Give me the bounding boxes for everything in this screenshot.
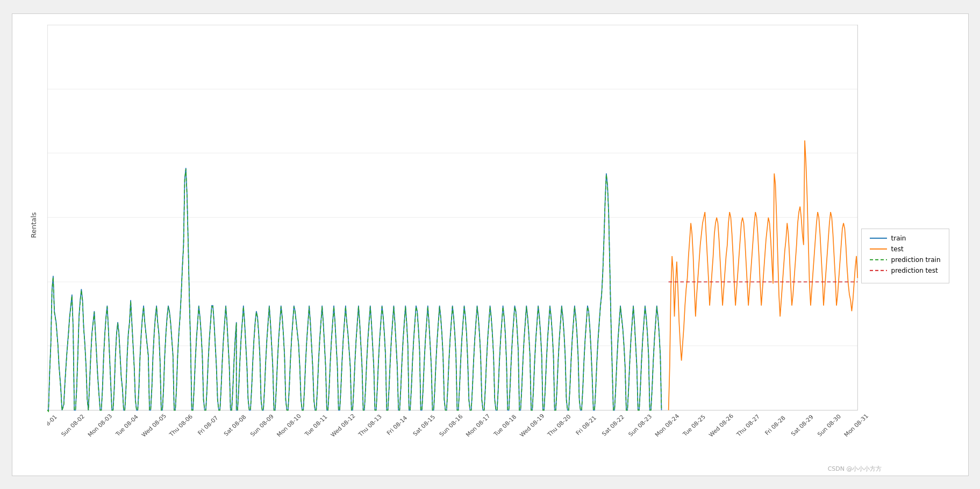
legend-item-prediction-train: prediction train — [870, 256, 941, 263]
svg-text:Tue 08-18: Tue 08-18 — [492, 413, 518, 437]
chart-area: Rentals 0 10 20 30 — [47, 25, 957, 443]
y-axis-label: Rentals — [29, 212, 37, 238]
svg-text:Sun 08-23: Sun 08-23 — [627, 413, 653, 437]
legend-line-prediction-test — [870, 270, 887, 271]
svg-text:Thu 08-20: Thu 08-20 — [545, 413, 571, 437]
svg-text:Mon 08-31: Mon 08-31 — [842, 413, 869, 438]
svg-text:Fri 08-07: Fri 08-07 — [196, 414, 219, 436]
svg-text:Tue 08-25: Tue 08-25 — [681, 413, 706, 437]
svg-text:Fri 08-28: Fri 08-28 — [763, 414, 786, 436]
svg-text:Tue 08-04: Tue 08-04 — [113, 413, 139, 437]
svg-text:Sun 08-30: Sun 08-30 — [816, 413, 842, 437]
svg-text:Thu 08-06: Thu 08-06 — [167, 413, 194, 437]
legend-item-prediction-test: prediction test — [870, 266, 941, 274]
svg-text:Sat 08-22: Sat 08-22 — [600, 413, 625, 436]
legend-label-test: test — [891, 245, 904, 252]
svg-text:Sat 08-29: Sat 08-29 — [789, 413, 814, 436]
legend-label-train: train — [891, 234, 906, 242]
svg-text:Fri 08-21: Fri 08-21 — [574, 414, 597, 436]
svg-text:Sun 08-16: Sun 08-16 — [438, 413, 464, 437]
chart-legend: train test prediction train prediction t… — [861, 228, 949, 283]
svg-text:Sun 08-09: Sun 08-09 — [248, 413, 274, 437]
legend-label-prediction-test: prediction test — [891, 266, 938, 274]
legend-item-test: test — [870, 245, 941, 252]
svg-text:Sat 08-08: Sat 08-08 — [222, 413, 247, 436]
legend-line-train — [870, 237, 887, 238]
svg-text:Thu 08-27: Thu 08-27 — [734, 413, 761, 437]
svg-text:Tue 08-11: Tue 08-11 — [303, 413, 328, 437]
svg-text:Fri 08-14: Fri 08-14 — [385, 414, 408, 436]
svg-text:Sun 08-02: Sun 08-02 — [60, 413, 85, 437]
svg-text:Wed 08-12: Wed 08-12 — [329, 412, 356, 437]
test-line — [668, 140, 857, 410]
svg-text:Mon 08-24: Mon 08-24 — [653, 412, 680, 437]
watermark: CSDN @小小小方方 — [828, 465, 882, 473]
svg-text:Mon 08-17: Mon 08-17 — [464, 413, 491, 438]
legend-line-test — [870, 248, 887, 249]
chart-container: Rentals 0 10 20 30 — [12, 13, 969, 476]
main-chart-svg: 0 10 20 30 40 50 60 Sat 08-01 Sun 08-02 … — [47, 25, 957, 443]
svg-text:Wed 08-19: Wed 08-19 — [518, 412, 545, 437]
legend-label-prediction-train: prediction train — [891, 256, 941, 263]
svg-text:Sat 08-15: Sat 08-15 — [411, 413, 436, 436]
legend-item-train: train — [870, 234, 941, 242]
prediction-train-line — [47, 169, 662, 411]
svg-text:Mon 08-10: Mon 08-10 — [275, 412, 302, 437]
legend-line-prediction-train — [870, 259, 887, 260]
svg-text:Sat 08-01: Sat 08-01 — [47, 413, 58, 436]
svg-text:Wed 08-05: Wed 08-05 — [140, 412, 167, 437]
svg-text:Thu 08-13: Thu 08-13 — [356, 413, 383, 437]
svg-text:Mon 08-03: Mon 08-03 — [86, 413, 113, 438]
svg-text:Wed 08-26: Wed 08-26 — [707, 412, 734, 437]
